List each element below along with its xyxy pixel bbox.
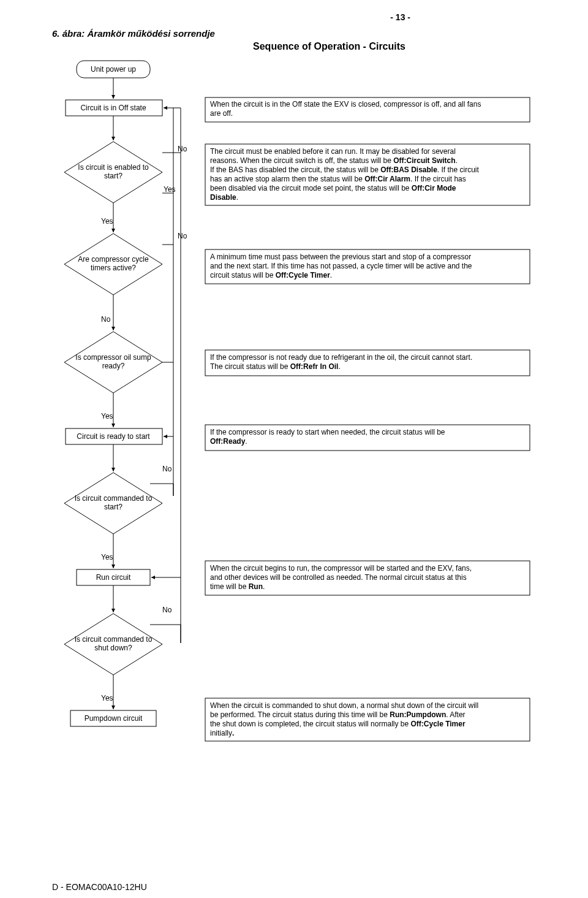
desc-oil: If the compressor is not ready due to re… (205, 350, 530, 376)
svg-text:time will be Run.: time will be Run. (210, 582, 265, 591)
svg-text:been disabled via the circuit : been disabled via the circuit mode set p… (210, 184, 456, 192)
node-enabled: Is circuit is enabled to start? (64, 142, 162, 203)
label-yes-5: Yes (101, 694, 113, 702)
svg-text:and other devices will be cont: and other devices will be controlled as … (210, 573, 467, 582)
desc-off-state: When the circuit is in the Off state the… (205, 97, 530, 122)
label-cmd-start-l1: Is circuit commanded to (75, 494, 153, 503)
footer-code: D - EOMAC00A10-12HU (52, 882, 147, 892)
label-ready: Circuit is ready to start (77, 432, 150, 441)
svg-text:reasons.  When the circuit swi: reasons. When the circuit switch is off,… (210, 156, 458, 165)
label-off-state: Circuit is in Off state (80, 104, 146, 112)
label-enabled-l1: Is circuit is enabled to (78, 163, 149, 172)
document-page: - 13 - 6. ábra: Áramkör működési sorrend… (0, 0, 588, 898)
node-oil: Is compressor oil sump ready? (64, 332, 162, 393)
desc-timers: A minimum time must pass between the pre… (205, 249, 530, 284)
desc-pumpdown: When the circuit is commanded to shut do… (205, 698, 530, 741)
flowchart: Unit power up Circuit is in Off state Wh… (52, 55, 536, 802)
node-timers: Are compressor cycle timers active? (64, 234, 162, 295)
label-cmd-shut-l1: Is circuit commanded to (75, 635, 153, 644)
desc-run: When the circuit begins to run, the comp… (205, 561, 530, 595)
label-no-2: No (178, 232, 187, 240)
label-cmd-start-l2: start? (104, 503, 123, 511)
page-number: - 13 - (390, 12, 410, 22)
desc-ready: If the compressor is ready to start when… (205, 425, 530, 451)
node-cmd-shut: Is circuit commanded to shut down? (64, 614, 162, 675)
svg-text:If the compressor is ready to : If the compressor is ready to start when… (210, 428, 445, 436)
label-yes-2: Yes (101, 217, 113, 226)
label-unit-power-up: Unit power up (91, 65, 136, 74)
label-cmd-shut-l2: shut down? (94, 644, 132, 652)
svg-text:If the BAS has disabled the ci: If the BAS has disabled the circuit, the… (210, 166, 480, 174)
label-yes-4: Yes (101, 553, 113, 561)
svg-text:When the circuit begins to run: When the circuit begins to run, the comp… (210, 564, 472, 573)
svg-text:circuit status will be Off:Cyc: circuit status will be Off:Cycle Timer. (210, 271, 332, 280)
desc-off-l2: are off. (210, 109, 233, 118)
figure-caption: 6. ábra: Áramkör működési sorrendje (52, 28, 533, 39)
label-no-1: No (178, 145, 187, 153)
label-run: Run circuit (96, 573, 131, 582)
node-ready: Circuit is ready to start (66, 428, 162, 444)
desc-off-l1: When the circuit is in the Off state the… (210, 100, 481, 108)
svg-text:Disable.: Disable. (210, 193, 238, 202)
label-timers-l1: Are compressor cycle (78, 255, 149, 264)
svg-text:initially.: initially. (210, 729, 234, 737)
node-unit-power-up: Unit power up (77, 61, 150, 78)
label-yes-3: Yes (101, 412, 113, 420)
svg-text:and the next start.  If this t: and the next start. If this time has not… (210, 262, 472, 270)
label-no-4: No (162, 465, 172, 473)
svg-text:has an active stop alarm then : has an active stop alarm then the status… (210, 175, 466, 183)
svg-text:When the circuit is in the Off: When the circuit is in the Off state the… (210, 100, 481, 108)
label-no-3: No (101, 315, 111, 324)
svg-text:A minimum time must pass betwe: A minimum time must pass between the pre… (210, 253, 471, 261)
svg-text:are off.: are off. (210, 109, 233, 118)
desc-enabled: The circuit must be enabled before it ca… (205, 144, 530, 205)
svg-text:Off:Ready.: Off:Ready. (210, 437, 247, 446)
node-cmd-start: Is circuit commanded to start? (64, 473, 162, 534)
svg-text:the shut down is completed, th: the shut down is completed, the circuit … (210, 720, 466, 728)
svg-text:be performed.  The circuit sta: be performed. The circuit status during … (210, 710, 466, 719)
node-run: Run circuit (77, 569, 150, 585)
label-yes-1: Yes (164, 185, 176, 194)
label-timers-l2: timers active? (91, 264, 136, 272)
figure-title: Sequence of Operation - Circuits (126, 41, 533, 52)
label-oil-l1: Is compressor oil sump (75, 353, 151, 362)
label-pumpdown: Pumpdown circuit (85, 714, 143, 723)
desc-en-l1: The circuit must be enabled before it ca… (210, 147, 456, 156)
label-enabled-l2: start? (104, 172, 123, 180)
page-header: - 13 - (52, 12, 533, 27)
svg-text:If the compressor is not ready: If the compressor is not ready due to re… (210, 353, 472, 362)
svg-text:When the circuit is commanded : When the circuit is commanded to shut do… (210, 701, 478, 710)
label-oil-l2: ready? (102, 362, 125, 370)
label-no-5: No (162, 606, 172, 614)
svg-text:The circuit status will be Off: The circuit status will be Off:Refr In O… (210, 362, 341, 371)
node-off-state: Circuit is in Off state (66, 100, 162, 116)
node-pumpdown: Pumpdown circuit (70, 710, 156, 726)
